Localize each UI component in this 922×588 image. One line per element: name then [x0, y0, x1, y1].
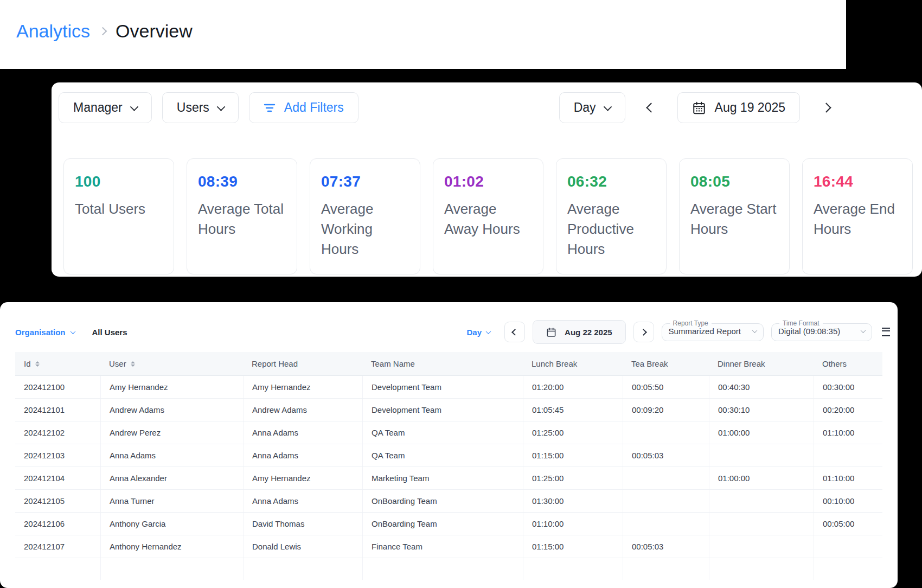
stat-label: Average Away Hours — [444, 199, 532, 239]
period-dropdown[interactable]: Day — [559, 92, 625, 123]
column-header-user[interactable]: User — [100, 352, 243, 375]
table-row[interactable]: 202412101Andrew AdamsAndrew AdamsDevelop… — [15, 399, 882, 421]
column-header-id[interactable]: Id — [15, 352, 100, 375]
report-table: IdUserReport HeadTeam NameLunch BreakTea… — [15, 352, 882, 580]
column-header-dinner-break: Dinner Break — [709, 352, 814, 375]
breadcrumb: Analytics Overview — [0, 0, 846, 42]
table-cell: 00:30:10 — [709, 399, 814, 421]
chevron-left-icon — [646, 103, 656, 112]
chevron-down-icon — [70, 329, 75, 334]
organisation-dropdown[interactable]: Organisation — [15, 328, 75, 337]
report-date-label: Aug 22 2025 — [565, 328, 612, 337]
table-cell: 01:10:00 — [523, 513, 623, 535]
chevron-right-icon — [821, 103, 831, 112]
report-period-dropdown[interactable]: Day — [467, 328, 491, 337]
chevron-down-icon — [486, 329, 491, 334]
report-previous-day-button[interactable] — [504, 322, 525, 342]
table-row[interactable]: 202412100Amy HernandezAmy HernandezDevel… — [15, 376, 882, 399]
table-cell: 01:00:00 — [709, 467, 814, 489]
chevron-down-icon — [861, 328, 866, 333]
table-row[interactable]: 202412106Anthony GarciaDavid ThomasOnBoa… — [15, 513, 882, 535]
sort-down-arrow — [35, 365, 40, 367]
table-row[interactable]: 202412102Andrew PerezAnna AdamsQA Team01… — [15, 421, 882, 444]
report-type-label: Report Type — [670, 319, 712, 327]
scope-label: All Users — [92, 328, 127, 337]
report-date-picker-button[interactable]: Aug 22 2025 — [533, 320, 626, 344]
report-next-day-button[interactable] — [633, 322, 654, 342]
stat-value: 16:44 — [814, 173, 901, 190]
table-cell: 01:15:00 — [523, 535, 623, 558]
table-cell: Anthony Hernandez — [100, 535, 243, 558]
menu-icon[interactable] — [882, 328, 890, 336]
table-cell: 202412104 — [15, 467, 100, 489]
next-day-button[interactable] — [814, 92, 838, 123]
table-cell: Development Team — [362, 399, 523, 421]
sort-icon — [35, 361, 40, 367]
table-cell: 00:05:03 — [623, 535, 709, 558]
table-cell: Andrew Adams — [243, 399, 362, 421]
stat-label: Total Users — [75, 199, 163, 219]
column-label: Report Head — [252, 359, 298, 368]
date-picker-button[interactable]: Aug 19 2025 — [677, 92, 800, 123]
table-cell: Anna Alexander — [100, 467, 243, 489]
report-type-select[interactable]: Report Type Summarized Report — [662, 319, 764, 341]
stat-value: 08:39 — [198, 173, 286, 190]
add-filters-button[interactable]: Add Filters — [249, 92, 358, 123]
table-cell — [814, 535, 882, 558]
table-cell: Donald Lewis — [243, 535, 362, 558]
column-label: Tea Break — [631, 359, 668, 368]
table-cell: Andrew Perez — [100, 421, 243, 444]
table-cell: Anna Adams — [100, 444, 243, 466]
stat-card: 06:32Average Productive Hours — [556, 158, 667, 274]
filter-icon — [264, 103, 276, 113]
table-cell: 00:10:00 — [814, 490, 882, 512]
table-cell: QA Team — [362, 421, 523, 444]
time-format-select[interactable]: Time Format Digital (09:08:35) — [771, 319, 872, 341]
manager-dropdown-label: Manager — [73, 100, 123, 115]
overview-panel: Manager Users Add Filters Day — [52, 82, 922, 277]
table-cell-empty — [623, 558, 709, 580]
stat-label: Average Start Hours — [690, 199, 778, 239]
table-cell: Anna Adams — [243, 444, 362, 466]
breadcrumb-analytics-link[interactable]: Analytics — [16, 21, 90, 42]
table-cell: Anna Adams — [243, 490, 362, 512]
users-dropdown-label: Users — [177, 100, 209, 115]
table-cell: 00:09:20 — [623, 399, 709, 421]
table-row[interactable]: 202412103Anna AdamsAnna AdamsQA Team01:1… — [15, 444, 882, 467]
date-controls: Day Aug 19 2025 — [559, 92, 838, 123]
column-label: User — [109, 359, 126, 368]
calendar-icon — [692, 101, 706, 115]
column-label: Id — [24, 359, 31, 368]
users-dropdown[interactable]: Users — [162, 92, 239, 123]
stat-value: 07:37 — [321, 173, 409, 190]
table-cell: 01:25:00 — [523, 421, 623, 444]
stat-card: 08:05Average Start Hours — [679, 158, 790, 274]
table-cell — [709, 490, 814, 512]
column-label: Others — [822, 359, 847, 368]
stat-card: 01:02Average Away Hours — [433, 158, 543, 274]
table-cell: David Thomas — [243, 513, 362, 535]
table-cell-empty — [362, 558, 523, 580]
stat-card: 16:44Average End Hours — [802, 158, 913, 274]
table-cell: 00:40:30 — [709, 376, 814, 398]
table-cell: 01:15:00 — [523, 444, 623, 466]
table-row[interactable]: 202412105Anna TurnerAnna AdamsOnBoarding… — [15, 490, 882, 513]
breadcrumb-panel: Analytics Overview — [0, 0, 846, 69]
previous-day-button[interactable] — [639, 92, 663, 123]
table-cell — [623, 467, 709, 489]
manager-dropdown[interactable]: Manager — [59, 92, 152, 123]
table-cell: Amy Hernandez — [243, 376, 362, 398]
table-cell-empty — [709, 558, 814, 580]
stat-card: 07:37Average Working Hours — [310, 158, 420, 274]
table-cell: 00:05:50 — [623, 376, 709, 398]
table-row[interactable]: 202412107Anthony HernandezDonald LewisFi… — [15, 535, 882, 558]
time-format-value: Digital (09:08:35) — [778, 327, 840, 336]
stat-label: Average End Hours — [814, 199, 901, 239]
table-row[interactable]: 202412104Anna AlexanderAmy HernandezMark… — [15, 467, 882, 490]
table-cell: Anthony Garcia — [100, 513, 243, 535]
column-header-others: Others — [814, 352, 882, 375]
table-cell: 202412106 — [15, 513, 100, 535]
table-cell: 01:10:00 — [814, 421, 882, 444]
table-cell: OnBoarding Team — [362, 490, 523, 512]
report-controls: Day Aug 22 2025 Report Type — [467, 320, 890, 344]
